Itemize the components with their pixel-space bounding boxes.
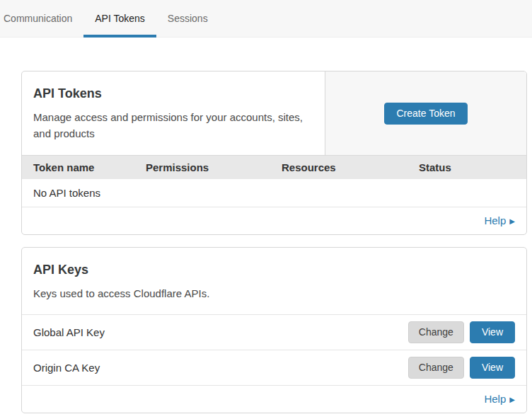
tokens-table-header-token-name: Token name <box>33 161 146 173</box>
api-keys-help-label: Help <box>484 393 506 405</box>
api-tokens-card-action-area: Create Token <box>325 71 526 155</box>
tokens-table-header-resources: Resources <box>282 161 419 173</box>
tokens-table-header-status: Status <box>419 161 515 173</box>
tokens-table-empty-row: No API tokens <box>22 179 526 207</box>
api-tokens-card: API Tokens Manage access and permissions… <box>21 71 527 235</box>
origin-ca-key-view-button[interactable]: View <box>470 357 515 379</box>
global-api-key-label: Global API Key <box>33 326 105 338</box>
global-api-key-view-button[interactable]: View <box>470 321 515 343</box>
api-keys-description: Keys used to access Cloudflare APIs. <box>33 285 515 302</box>
api-tokens-title: API Tokens <box>33 86 313 101</box>
tokens-table-header-permissions: Permissions <box>146 161 282 173</box>
tab-bar: Communication API Tokens Sessions <box>0 0 532 38</box>
global-api-key-row: Global API Key Change View <box>22 314 526 350</box>
api-tokens-help-link[interactable]: Help▶ <box>484 214 515 226</box>
tab-api-tokens[interactable]: API Tokens <box>83 0 156 37</box>
api-keys-card-header: API Keys Keys used to access Cloudflare … <box>22 248 526 314</box>
api-keys-card: API Keys Keys used to access Cloudflare … <box>21 247 527 413</box>
tab-sessions[interactable]: Sessions <box>156 0 219 37</box>
help-arrow-icon: ▶ <box>509 217 515 225</box>
api-keys-help-link[interactable]: Help▶ <box>484 393 515 405</box>
api-tokens-description: Manage access and permissions for your a… <box>33 109 313 142</box>
create-token-button[interactable]: Create Token <box>384 103 467 125</box>
page-content: API Tokens Manage access and permissions… <box>0 38 532 413</box>
global-api-key-actions: Change View <box>408 321 515 343</box>
global-api-key-change-button[interactable]: Change <box>408 321 464 343</box>
origin-ca-key-label: Origin CA Key <box>33 362 100 374</box>
api-tokens-card-header: API Tokens Manage access and permissions… <box>22 71 526 155</box>
api-tokens-card-header-text: API Tokens Manage access and permissions… <box>22 71 325 155</box>
origin-ca-key-row: Origin CA Key Change View <box>22 350 526 385</box>
origin-ca-key-change-button[interactable]: Change <box>408 357 464 379</box>
api-keys-title: API Keys <box>33 263 515 277</box>
tokens-table-header: Token name Permissions Resources Status <box>22 155 526 179</box>
origin-ca-key-actions: Change View <box>408 357 515 379</box>
api-tokens-help-label: Help <box>484 214 506 226</box>
tab-communication[interactable]: Communication <box>4 0 83 37</box>
api-tokens-help-row: Help▶ <box>22 207 526 234</box>
help-arrow-icon: ▶ <box>509 396 515 403</box>
api-keys-help-row: Help▶ <box>22 385 526 413</box>
